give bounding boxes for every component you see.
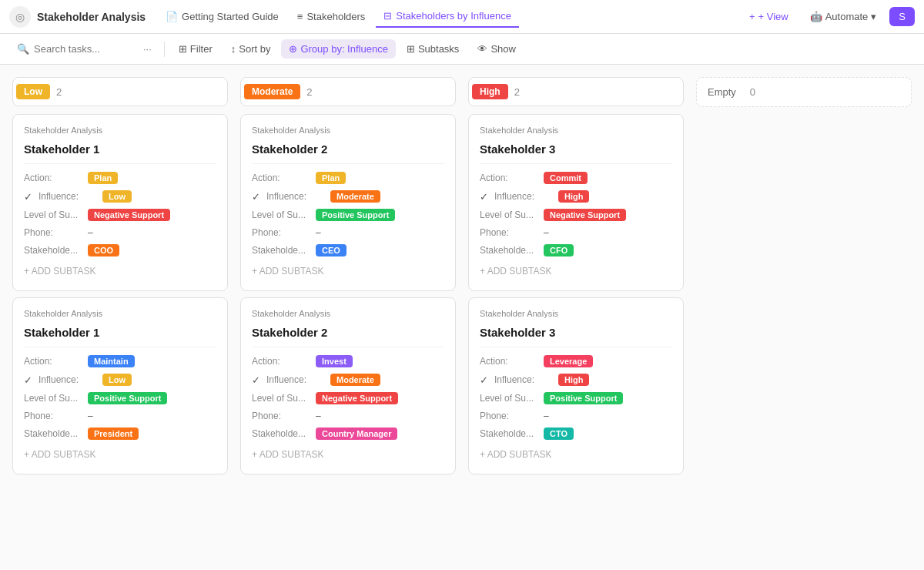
- add-subtask-button[interactable]: + ADD SUBTASK: [252, 446, 444, 463]
- stakeholder-tag[interactable]: CFO: [544, 244, 574, 256]
- card-action-row: Action: Plan: [252, 172, 444, 184]
- action-tag[interactable]: Commit: [544, 172, 588, 184]
- action-tag[interactable]: Maintain: [88, 355, 135, 367]
- support-tag[interactable]: Positive Support: [316, 209, 395, 221]
- tab-getting-started[interactable]: 📄 Getting Started Guide: [158, 6, 286, 27]
- stakeholder-tag[interactable]: COO: [88, 244, 119, 256]
- card-support-row: Level of Su... Positive Support: [480, 392, 672, 404]
- card-low-0[interactable]: Stakeholder Analysis Stakeholder 1 Actio…: [12, 114, 228, 291]
- phone-value: –: [544, 227, 549, 238]
- add-subtask-button[interactable]: + ADD SUBTASK: [24, 263, 216, 280]
- support-tag[interactable]: Positive Support: [88, 392, 167, 404]
- chevron-down-icon: ▾: [871, 11, 876, 22]
- action-label: Action:: [480, 356, 537, 367]
- card-parent: Stakeholder Analysis: [480, 126, 672, 135]
- sort-icon: ↕: [231, 43, 236, 55]
- more-options-button[interactable]: ···: [137, 40, 158, 58]
- action-tag[interactable]: Invest: [316, 355, 353, 367]
- add-subtask-button[interactable]: + ADD SUBTASK: [480, 263, 672, 280]
- column-count-moderate: 2: [306, 86, 312, 98]
- support-tag[interactable]: Positive Support: [544, 392, 623, 404]
- support-tag[interactable]: Negative Support: [316, 392, 398, 404]
- sort-button[interactable]: ↕ Sort by: [223, 39, 279, 59]
- share-button[interactable]: S: [889, 7, 915, 26]
- action-label: Action:: [252, 356, 310, 367]
- action-tag[interactable]: Leverage: [544, 355, 593, 367]
- column-header-low: Low2: [12, 77, 228, 106]
- view-button[interactable]: + + View: [741, 6, 797, 27]
- tab-stakeholders[interactable]: ≡ Stakeholders: [290, 6, 373, 27]
- card-parent: Stakeholder Analysis: [24, 126, 216, 135]
- toolbar: 🔍 ··· ⊞ Filter ↕ Sort by ⊕ Group by: Inf…: [0, 34, 924, 65]
- stakeholder-tag[interactable]: CTO: [544, 428, 574, 440]
- stakeholder-tag[interactable]: Country Manager: [316, 428, 397, 440]
- card-divider: [480, 347, 672, 347]
- phone-value: –: [88, 411, 93, 421]
- view-label: + View: [758, 11, 788, 22]
- search-container[interactable]: 🔍: [9, 39, 134, 59]
- support-label: Level of Su...: [252, 210, 310, 220]
- stakeholder-tag[interactable]: President: [88, 428, 139, 440]
- action-tag[interactable]: Plan: [88, 172, 118, 184]
- card-moderate-0[interactable]: Stakeholder Analysis Stakeholder 2 Actio…: [240, 114, 456, 291]
- board: Low2 Stakeholder Analysis Stakeholder 1 …: [0, 65, 924, 570]
- influence-tag[interactable]: Moderate: [330, 374, 380, 386]
- column-count-empty: 0: [750, 86, 755, 98]
- doc-icon: 📄: [166, 11, 178, 22]
- automate-label: Automate: [825, 11, 869, 22]
- card-moderate-1[interactable]: Stakeholder Analysis Stakeholder 2 Actio…: [240, 297, 456, 474]
- influence-tag[interactable]: Low: [102, 190, 132, 203]
- stakeholder-tag[interactable]: CEO: [316, 244, 346, 256]
- card-support-row: Level of Su... Positive Support: [252, 209, 444, 221]
- filter-button[interactable]: ⊞ Filter: [171, 39, 220, 59]
- show-label: Show: [490, 43, 516, 55]
- influence-tag[interactable]: High: [558, 374, 589, 386]
- card-high-0[interactable]: Stakeholder Analysis Stakeholder 3 Actio…: [468, 114, 684, 291]
- automate-button[interactable]: 🤖 Automate ▾: [802, 6, 886, 27]
- share-label: S: [899, 11, 906, 22]
- check-icon: ✓: [252, 191, 260, 203]
- group-label: Group by: Influence: [300, 43, 387, 55]
- action-tag[interactable]: Plan: [316, 172, 346, 184]
- column-high: High2 Stakeholder Analysis Stakeholder 3…: [468, 77, 684, 558]
- tab-stakeholders-by-influence[interactable]: ⊟ Stakeholders by Influence: [376, 5, 519, 28]
- card-divider: [480, 163, 672, 164]
- subtasks-label: Subtasks: [418, 43, 459, 55]
- stakeholder-label: Stakeholde...: [480, 428, 537, 439]
- card-parent: Stakeholder Analysis: [252, 309, 444, 318]
- column-header-moderate: Moderate2: [240, 77, 456, 106]
- influence-tag[interactable]: Low: [102, 374, 132, 386]
- card-title: Stakeholder 1: [24, 326, 216, 339]
- influence-tag[interactable]: Moderate: [330, 190, 380, 203]
- card-parent: Stakeholder Analysis: [252, 126, 444, 135]
- add-subtask-button[interactable]: + ADD SUBTASK: [24, 446, 216, 463]
- support-tag[interactable]: Negative Support: [88, 209, 170, 221]
- subtasks-button[interactable]: ⊞ Subtasks: [399, 39, 467, 59]
- check-icon: ✓: [480, 374, 488, 386]
- card-action-row: Action: Plan: [24, 172, 216, 184]
- influence-tag[interactable]: High: [558, 190, 589, 203]
- automate-icon: 🤖: [810, 11, 822, 22]
- tab-stakeholders-by-influence-label: Stakeholders by Influence: [396, 10, 511, 22]
- card-influence-row: ✓ Influence: Low: [24, 190, 216, 203]
- card-high-1[interactable]: Stakeholder Analysis Stakeholder 3 Actio…: [468, 297, 684, 474]
- card-action-row: Action: Commit: [480, 172, 672, 184]
- card-stakeholder-row: Stakeholde... COO: [24, 244, 216, 256]
- tab-stakeholders-label: Stakeholders: [306, 11, 365, 22]
- card-phone-row: Phone: –: [24, 411, 216, 421]
- card-support-row: Level of Su... Negative Support: [24, 209, 216, 221]
- show-button[interactable]: 👁 Show: [470, 39, 524, 59]
- phone-label: Phone:: [24, 411, 82, 421]
- group-button[interactable]: ⊕ Group by: Influence: [281, 39, 395, 59]
- add-subtask-button[interactable]: + ADD SUBTASK: [252, 263, 444, 280]
- card-low-1[interactable]: Stakeholder Analysis Stakeholder 1 Actio…: [12, 297, 228, 474]
- add-subtask-button[interactable]: + ADD SUBTASK: [480, 446, 672, 463]
- card-divider: [24, 163, 216, 164]
- action-label: Action:: [480, 173, 537, 183]
- card-influence-row: ✓ Influence: Moderate: [252, 190, 444, 203]
- search-input[interactable]: [34, 43, 126, 55]
- column-header-empty: Empty0: [696, 77, 912, 107]
- support-tag[interactable]: Negative Support: [544, 209, 626, 221]
- card-support-row: Level of Su... Positive Support: [24, 392, 216, 404]
- card-stakeholder-row: Stakeholde... President: [24, 428, 216, 440]
